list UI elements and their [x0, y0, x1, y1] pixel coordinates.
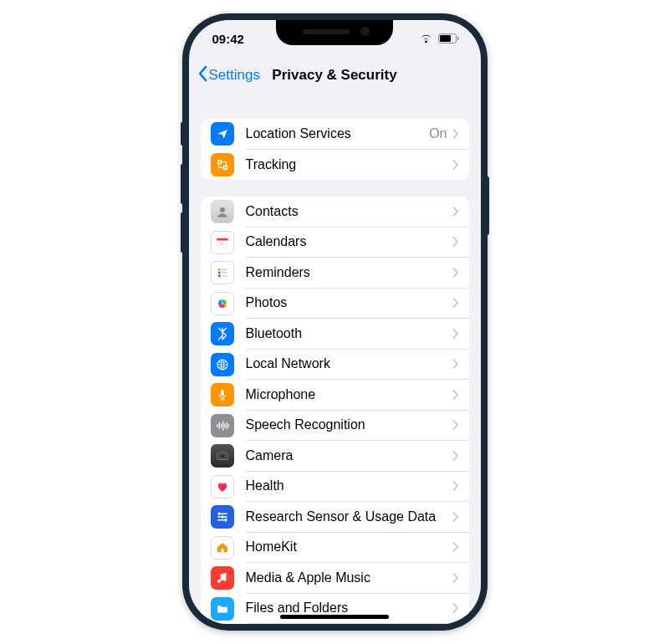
- svg-rect-2: [457, 37, 459, 40]
- row-tracking[interactable]: Tracking: [201, 150, 469, 181]
- chevron-right-icon: [452, 542, 459, 552]
- research-icon: [211, 505, 234, 529]
- svg-rect-5: [217, 241, 228, 248]
- svg-point-12: [222, 243, 223, 244]
- svg-point-10: [218, 243, 219, 244]
- row-label: HomeKit: [246, 539, 452, 555]
- row-files-and-folders[interactable]: Files and Folders: [201, 594, 469, 625]
- tracking-icon: [211, 153, 234, 176]
- svg-rect-1: [440, 35, 451, 42]
- home-icon: [211, 536, 234, 560]
- svg-point-13: [217, 268, 220, 271]
- notch: [276, 20, 393, 45]
- svg-point-29: [220, 454, 224, 458]
- chevron-right-icon: [452, 268, 459, 278]
- row-label: Photos: [246, 295, 452, 310]
- row-label: Reminders: [246, 265, 452, 280]
- chevron-right-icon: [452, 329, 459, 339]
- svg-rect-16: [222, 269, 227, 271]
- bluetooth-icon: [211, 322, 234, 345]
- row-contacts[interactable]: Contacts: [201, 197, 469, 227]
- row-homekit[interactable]: HomeKit: [201, 533, 469, 564]
- row-photos[interactable]: Photos: [201, 289, 469, 319]
- volume-down-button: [181, 212, 183, 253]
- row-label: Location Services: [246, 126, 430, 141]
- chevron-right-icon: [452, 481, 459, 491]
- settings-scroll[interactable]: Location Services On Tracking: [189, 94, 481, 624]
- row-calendars[interactable]: Calendars: [201, 227, 469, 258]
- chevron-right-icon: [452, 573, 459, 583]
- svg-point-3: [220, 207, 225, 212]
- svg-point-6: [218, 242, 219, 243]
- screen: 09:42 Settings Privacy & Security: [189, 20, 481, 624]
- back-button[interactable]: Settings: [194, 57, 263, 94]
- section-privacy-apps: Contacts Calendars: [201, 197, 469, 624]
- chevron-right-icon: [452, 129, 459, 139]
- svg-point-8: [222, 242, 223, 243]
- svg-rect-28: [221, 390, 224, 396]
- chevron-right-icon: [452, 512, 459, 522]
- row-label: Research Sensor & Usage Data: [246, 509, 452, 524]
- chevron-right-icon: [452, 451, 459, 461]
- row-health[interactable]: Health: [201, 472, 469, 503]
- status-time: 09:42: [212, 32, 244, 46]
- row-local-network[interactable]: Local Network: [201, 350, 469, 381]
- back-label: Settings: [209, 67, 260, 84]
- row-reminders[interactable]: Reminders: [201, 258, 469, 289]
- chevron-left-icon: [197, 65, 207, 86]
- row-label: Speech Recognition: [246, 417, 452, 432]
- silence-switch: [181, 122, 183, 146]
- music-note-icon: [211, 566, 234, 590]
- row-speech-recognition[interactable]: Speech Recognition: [201, 411, 469, 442]
- row-camera[interactable]: Camera: [201, 441, 469, 472]
- chevron-right-icon: [452, 207, 459, 217]
- calendar-icon: [211, 231, 234, 254]
- row-label: Media & Apple Music: [246, 570, 452, 585]
- row-label: Local Network: [246, 356, 452, 371]
- microphone-icon: [211, 383, 234, 406]
- navigation-bar: Settings Privacy & Security: [189, 57, 481, 94]
- row-bluetooth[interactable]: Bluetooth: [201, 319, 469, 350]
- chevron-right-icon: [452, 420, 459, 430]
- row-location-services[interactable]: Location Services On: [201, 119, 469, 150]
- row-label: Calendars: [246, 234, 452, 249]
- home-indicator[interactable]: [280, 615, 389, 619]
- row-media-apple-music[interactable]: Media & Apple Music: [201, 563, 469, 594]
- row-label: Tracking: [246, 157, 452, 172]
- camera-icon: [211, 444, 234, 468]
- folder-icon: [211, 597, 234, 621]
- wifi-icon: [419, 32, 433, 46]
- side-button: [487, 176, 489, 235]
- svg-rect-17: [222, 273, 227, 274]
- heart-icon: [211, 475, 234, 498]
- svg-point-14: [217, 272, 220, 274]
- row-label: Microphone: [246, 387, 452, 402]
- row-label: Contacts: [246, 204, 452, 219]
- contacts-icon: [211, 200, 234, 223]
- chevron-right-icon: [452, 298, 459, 308]
- phone-frame: 09:42 Settings Privacy & Security: [182, 13, 488, 631]
- svg-rect-18: [222, 275, 227, 277]
- row-label: Camera: [246, 448, 452, 463]
- section-location: Location Services On Tracking: [201, 119, 469, 180]
- svg-rect-30: [221, 549, 223, 553]
- chevron-right-icon: [452, 160, 459, 170]
- row-research-sensor[interactable]: Research Sensor & Usage Data: [201, 502, 469, 533]
- row-microphone[interactable]: Microphone: [201, 380, 469, 411]
- photos-icon: [211, 292, 234, 315]
- chevron-right-icon: [452, 237, 459, 247]
- svg-point-9: [224, 242, 225, 243]
- globe-icon: [211, 353, 234, 376]
- row-detail: On: [429, 126, 447, 141]
- chevron-right-icon: [452, 359, 459, 369]
- location-arrow-icon: [211, 122, 234, 146]
- waveform-icon: [211, 414, 234, 437]
- row-label: Health: [246, 478, 452, 493]
- svg-point-11: [220, 243, 221, 244]
- row-label: Bluetooth: [246, 326, 452, 341]
- row-label: Files and Folders: [246, 601, 452, 616]
- svg-point-7: [220, 242, 221, 243]
- chevron-right-icon: [452, 603, 459, 613]
- battery-icon: [438, 32, 459, 46]
- svg-point-15: [217, 275, 220, 278]
